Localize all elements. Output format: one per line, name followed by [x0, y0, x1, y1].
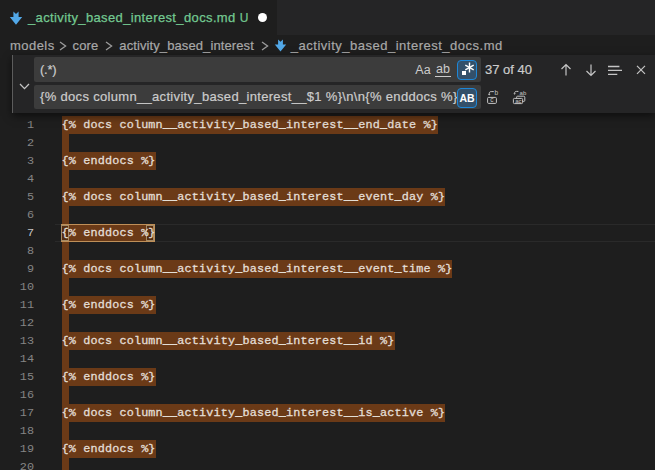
svg-text:ab: ab: [519, 90, 526, 96]
svg-text:b: b: [495, 89, 499, 96]
svg-text:ac: ac: [515, 98, 521, 104]
